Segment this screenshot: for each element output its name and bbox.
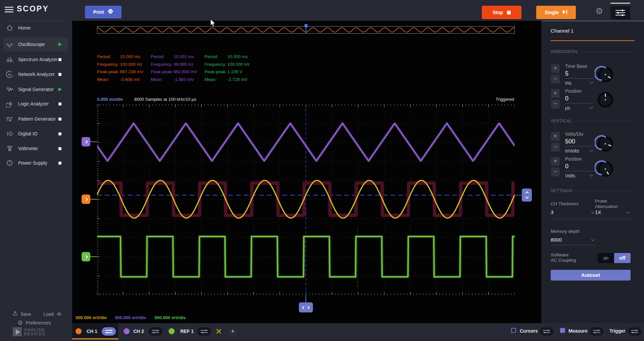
stopped-indicator-icon — [58, 147, 61, 150]
measure-label[interactable]: Measure — [568, 328, 588, 334]
ch1-offset-handle[interactable] — [82, 195, 90, 204]
ref1-settings-pill[interactable] — [197, 327, 211, 336]
timebase-knob[interactable] — [595, 64, 616, 85]
chevron-down-icon[interactable] — [590, 173, 593, 177]
hposition-decrement-button[interactable]: − — [551, 100, 560, 109]
panel-toggle-button[interactable] — [610, 6, 630, 19]
chevron-down-icon[interactable] — [590, 105, 593, 109]
timebase-unit[interactable]: ms — [565, 80, 571, 86]
sidebar-item-voltmeter[interactable]: Voltmeter — [3, 141, 68, 156]
chevron-down-icon[interactable] — [591, 210, 595, 214]
toggle-off-option[interactable]: off — [614, 253, 631, 263]
trigger-label[interactable]: Trigger — [609, 328, 625, 334]
voltsdiv-value[interactable]: 500 — [565, 138, 575, 145]
hposition-value[interactable]: 0 — [565, 95, 568, 102]
ref1-color-dot[interactable] — [169, 328, 175, 334]
measure-checkbox[interactable] — [560, 328, 565, 333]
preferences-button[interactable]: ⚙ Preferences — [17, 319, 51, 327]
print-button[interactable]: Print — [85, 6, 122, 18]
hposition-unit[interactable]: µs — [565, 105, 570, 111]
load-button[interactable]: Load — [43, 310, 62, 317]
chevron-down-icon[interactable] — [591, 238, 595, 241]
ch1-color-dot[interactable] — [76, 328, 82, 334]
autoset-button[interactable]: Autoset — [551, 270, 631, 281]
sidebar-item-label: Spectrum Analyzer — [18, 57, 58, 62]
voltsdiv-decrement-button[interactable]: − — [551, 143, 560, 152]
single-skip-icon — [563, 10, 567, 15]
ch1-settings-pill[interactable] — [102, 327, 116, 336]
sidebar-item-network-analyzer[interactable]: Network Analyzer — [3, 67, 68, 81]
chevron-down-icon[interactable] — [590, 148, 593, 152]
cursors-checkbox[interactable] — [511, 328, 516, 333]
chevron-down-icon[interactable] — [627, 210, 630, 214]
add-channel-button[interactable]: + — [228, 327, 237, 336]
stop-label: Stop — [493, 10, 503, 15]
timebase-decrement-button[interactable]: − — [551, 75, 560, 84]
network-analyzer-icon — [6, 71, 13, 78]
chevron-right-icon — [84, 198, 88, 201]
trigger-level-stepper[interactable] — [522, 188, 532, 202]
trigger-state-label: Triggered — [496, 97, 514, 102]
sidebar-item-power-supply[interactable]: Power Supply — [3, 156, 68, 170]
sidebar-item-oscilloscope[interactable]: Oscilloscope — [3, 37, 68, 51]
close-ref-icon[interactable] — [216, 329, 221, 334]
timebase-readout: 5.000 ms/div — [97, 97, 123, 102]
sidebar-item-pattern-generator[interactable]: Pattern Generator — [3, 112, 68, 126]
timebase-value[interactable]: 5 — [565, 70, 568, 77]
spectrum-analyzer-icon — [6, 56, 13, 63]
voltsdiv-knob[interactable] — [595, 133, 616, 155]
ref1-name[interactable]: REF 1 — [180, 329, 194, 334]
hamburger-menu-icon[interactable] — [5, 5, 13, 14]
save-button[interactable]: Save — [12, 310, 31, 317]
channel-settings-panel: Channel 1 HORIZONTAL + − Time Base 5 ms … — [541, 21, 644, 323]
sidebar-item-label: Digital IO — [18, 131, 58, 136]
timebase-increment-button[interactable]: + — [551, 64, 560, 73]
sidebar-item-home[interactable]: Home — [3, 21, 68, 35]
sidebar-item-label: Home — [18, 25, 68, 31]
ch-thickness-value[interactable]: 3 — [551, 209, 553, 215]
ch2-color-dot[interactable] — [124, 328, 130, 334]
vposition-value[interactable]: 0 — [565, 163, 568, 170]
vposition-decrement-button[interactable]: − — [551, 168, 560, 176]
sidebar-item-logic-analyzer[interactable]: Logic Analyzer — [3, 97, 68, 111]
vposition-unit[interactable]: Volts — [565, 173, 575, 178]
ac-coupling-toggle[interactable]: on off — [598, 253, 631, 263]
measure-settings-pill[interactable] — [590, 327, 603, 336]
stopped-indicator-icon — [58, 118, 61, 121]
oscilloscope-icon — [6, 41, 13, 48]
ch2-settings-pill[interactable] — [148, 327, 163, 336]
ch2-name[interactable]: CH 2 — [133, 329, 144, 334]
probe-attenuation-value[interactable]: 1X — [595, 209, 601, 215]
sidebar-item-digital-io[interactable]: Digital IO — [3, 127, 68, 141]
waveform-canvas[interactable] — [97, 104, 515, 295]
topbar: Print Stop Single ⚙ — [72, 0, 644, 21]
ref1-scale-label: 500.000 mV/div — [154, 315, 186, 320]
hposition-increment-button[interactable]: + — [551, 89, 560, 98]
single-button[interactable]: Single — [536, 6, 576, 19]
vposition-knob[interactable] — [595, 158, 616, 180]
vposition-increment-button[interactable]: + — [551, 157, 560, 166]
chevron-down-icon[interactable] — [590, 81, 593, 84]
ref1-offset-handle[interactable] — [82, 252, 90, 261]
hposition-knob[interactable] — [595, 89, 616, 111]
sidebar-item-label: Network Analyzer — [18, 72, 58, 77]
panel-title: Channel 1 — [551, 28, 573, 34]
trigger-position-stepper[interactable] — [299, 302, 313, 312]
pattern-generator-icon — [6, 115, 13, 123]
memory-depth-value[interactable]: 8000 — [551, 237, 562, 243]
settings-gear-icon[interactable]: ⚙ — [595, 7, 603, 15]
voltsdiv-unit[interactable]: mVolts — [565, 148, 579, 154]
sidebar-item-spectrum-analyzer[interactable]: Spectrum Analyzer — [3, 52, 68, 67]
sidebar-item-signal-generator[interactable]: Signal Generator — [3, 82, 68, 96]
sidebar-item-label: Signal Generator — [18, 87, 58, 92]
voltsdiv-increment-button[interactable]: + — [551, 132, 560, 141]
cursors-label[interactable]: Cursors — [520, 328, 538, 334]
toggle-on-option[interactable]: on — [598, 253, 614, 263]
printer-icon — [108, 9, 113, 15]
stop-square-icon — [507, 11, 511, 14]
stop-button[interactable]: Stop — [482, 6, 521, 19]
ch1-name[interactable]: CH 1 — [87, 329, 97, 334]
trigger-settings-pill[interactable] — [628, 327, 641, 336]
ch2-offset-handle[interactable] — [82, 137, 90, 146]
cursors-settings-pill[interactable] — [540, 327, 553, 336]
